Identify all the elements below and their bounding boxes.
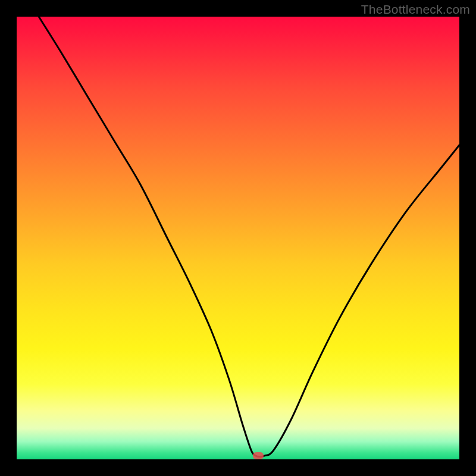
chart-frame: TheBottleneck.com	[0, 0, 476, 476]
minimum-marker	[253, 452, 264, 459]
watermark-text: TheBottleneck.com	[361, 2, 470, 17]
bottleneck-curve	[17, 17, 459, 459]
plot-area	[17, 17, 459, 459]
